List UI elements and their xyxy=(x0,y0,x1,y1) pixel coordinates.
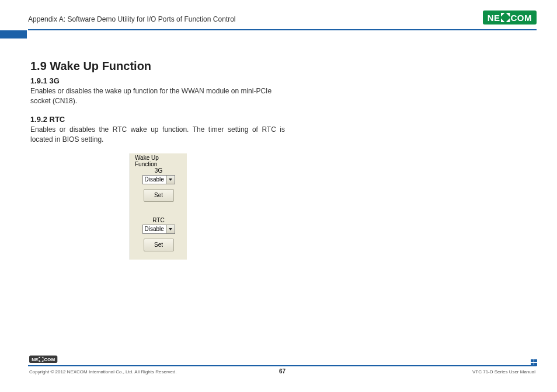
subsection-3g-title: 1.9.1 3G xyxy=(30,76,285,85)
brand-pre: NE xyxy=(488,13,500,23)
manual-name: VTC 71-D Series User Manual xyxy=(472,369,535,374)
subsection-rtc-body: Enables or disables the RTC wake up func… xyxy=(30,125,285,145)
group-label: Wake Up Function xyxy=(134,155,183,167)
subsection-3g-body: Enables or disables the wake up function… xyxy=(30,86,285,107)
chevron-down-icon[interactable] xyxy=(166,225,175,233)
subsection-rtc-title: 1.9.2 RTC xyxy=(30,115,285,124)
combo-3g[interactable]: Disable xyxy=(142,175,175,184)
page-number: 67 xyxy=(28,368,537,374)
brand-x-icon xyxy=(39,357,43,362)
set-3g-button[interactable]: Set xyxy=(144,189,174,202)
label-rtc: RTC xyxy=(134,217,183,223)
combo-rtc-value: Disable xyxy=(145,226,164,232)
footer-rule xyxy=(28,365,537,366)
nexcom-logo-top: NE COM xyxy=(483,10,537,24)
wakeup-panel: Wake Up Function 3G Disable Set RTC Disa… xyxy=(130,153,187,260)
chevron-down-icon[interactable] xyxy=(166,176,175,184)
footer-square-icon xyxy=(531,359,539,368)
side-tab-mark xyxy=(0,30,27,38)
nexcom-logo-footer: NE COM xyxy=(29,355,58,363)
brand-post: COM xyxy=(511,13,532,23)
combo-3g-value: Disable xyxy=(145,176,164,183)
section-title: 1.9 Wake Up Function xyxy=(30,60,285,73)
header-bar: Appendix A: Software Demo Utility for I/… xyxy=(28,13,537,30)
combo-rtc[interactable]: Disable xyxy=(142,225,175,234)
appendix-title: Appendix A: Software Demo Utility for I/… xyxy=(28,13,537,23)
brand-x-icon xyxy=(501,13,510,22)
set-rtc-button[interactable]: Set xyxy=(144,239,174,251)
label-3g: 3G xyxy=(134,167,183,174)
content-column: 1.9 Wake Up Function 1.9.1 3G Enables or… xyxy=(28,30,285,260)
